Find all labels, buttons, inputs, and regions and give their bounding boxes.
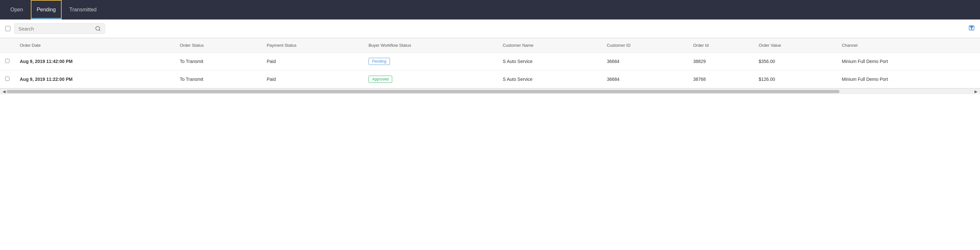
col-header-payment-status: Payment Status — [261, 38, 363, 53]
buyer-workflow-badge: Pending — [369, 58, 390, 65]
col-header-channel: Channel — [837, 38, 980, 53]
scroll-right-arrow[interactable]: ▶ — [973, 89, 979, 94]
row-checkbox-0[interactable] — [5, 59, 10, 63]
select-all-checkbox[interactable] — [5, 26, 10, 31]
cell-customer-name: S Auto Service — [498, 53, 602, 70]
svg-line-1 — [99, 30, 100, 30]
cell-buyer-workflow-status: Pending — [363, 53, 498, 70]
search-box — [14, 23, 105, 34]
table-container: Order Date Order Status Payment Status B… — [0, 38, 980, 88]
scroll-left-arrow[interactable]: ◀ — [1, 89, 7, 94]
cell-customer-name: S Auto Service — [498, 70, 602, 88]
cell-buyer-workflow-status: Approved — [363, 70, 498, 88]
cell-order-value: $126.00 — [754, 70, 837, 88]
tab-open[interactable]: Open — [5, 0, 28, 19]
col-header-order-status: Order Status — [175, 38, 261, 53]
col-header-customer-id: Customer ID — [602, 38, 688, 53]
col-header-order-id: Order Id — [688, 38, 754, 53]
cell-order-status: To Transmit — [175, 53, 261, 70]
tab-transmitted[interactable]: Transmitted — [64, 0, 102, 19]
search-input[interactable] — [19, 26, 92, 32]
cell-order-date: Aug 9, 2019 11:42:00 PM — [14, 53, 175, 70]
row-checkbox-cell — [0, 70, 14, 88]
table-row[interactable]: Aug 9, 2019 11:42:00 PM To Transmit Paid… — [0, 53, 980, 70]
col-header-order-value: Order Value — [754, 38, 837, 53]
orders-table: Order Date Order Status Payment Status B… — [0, 38, 980, 88]
scroll-thumb[interactable] — [6, 90, 840, 93]
cell-order-date: Aug 9, 2019 11:22:00 PM — [14, 70, 175, 88]
table-header-row: Order Date Order Status Payment Status B… — [0, 38, 980, 53]
col-header-buyer-workflow-status: Buyer Workflow Status — [363, 38, 498, 53]
cell-channel: Minium Full Demo Port — [837, 53, 980, 70]
tab-bar: Open Pending Transmitted — [0, 0, 980, 19]
cell-payment-status: Paid — [261, 53, 363, 70]
svg-marker-3 — [969, 25, 974, 30]
cell-order-value: $356.00 — [754, 53, 837, 70]
buyer-workflow-badge: Approved — [369, 76, 392, 83]
cell-payment-status: Paid — [261, 70, 363, 88]
cell-order-id: 38768 — [688, 70, 754, 88]
cell-customer-id: 36684 — [602, 53, 688, 70]
horizontal-scrollbar[interactable]: ◀ ▶ — [0, 88, 980, 94]
tab-pending[interactable]: Pending — [31, 0, 62, 19]
col-header-checkbox — [0, 38, 14, 53]
toolbar-left — [5, 23, 105, 34]
cell-customer-id: 36684 — [602, 70, 688, 88]
cell-order-id: 38829 — [688, 53, 754, 70]
toolbar — [0, 19, 980, 38]
cell-channel: Minium Full Demo Port — [837, 70, 980, 88]
cell-order-status: To Transmit — [175, 70, 261, 88]
filter-icon[interactable] — [968, 25, 975, 33]
search-icon — [95, 25, 101, 32]
row-checkbox-cell — [0, 53, 14, 70]
row-checkbox-1[interactable] — [5, 76, 10, 81]
table-row[interactable]: Aug 9, 2019 11:22:00 PM To Transmit Paid… — [0, 70, 980, 88]
col-header-customer-name: Customer Name — [498, 38, 602, 53]
col-header-order-date: Order Date — [14, 38, 175, 53]
